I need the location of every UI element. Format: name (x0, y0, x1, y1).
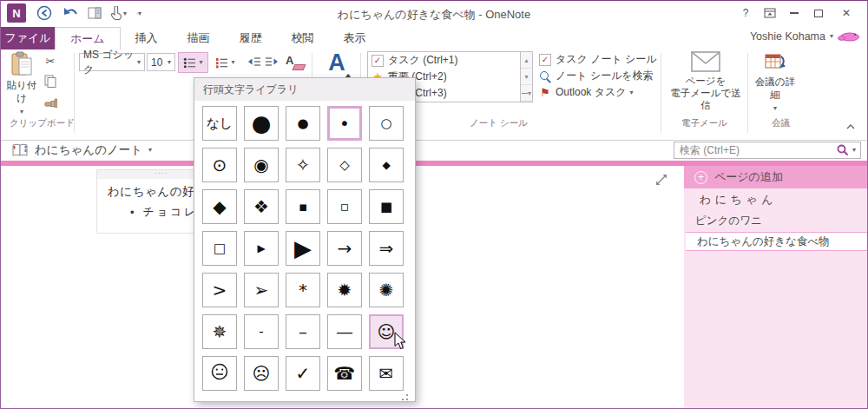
collapse-ribbon-icon[interactable] (846, 117, 855, 133)
bullet-option[interactable]: ■ (369, 189, 404, 224)
bullet-option[interactable]: ✵ (202, 314, 237, 349)
scroll-down-icon: ▾ (521, 69, 532, 85)
meeting-details-button[interactable]: 会議の詳細 ▾ (751, 51, 799, 112)
ribbon-tab[interactable]: 挿入 (121, 27, 173, 49)
bullet-option[interactable]: ❖ (244, 189, 279, 224)
bullet-glyph: ✧ (296, 155, 311, 175)
bullet-option[interactable]: ◇ (327, 148, 362, 182)
notebook-name: わにちゃんのノート (35, 142, 142, 158)
fullpage-view-icon[interactable] (654, 173, 668, 190)
bullet-char: • (130, 206, 135, 219)
bullet-option[interactable]: > (202, 273, 237, 307)
undo-icon[interactable] (62, 5, 79, 21)
increase-indent-button[interactable] (265, 55, 279, 70)
ribbon-tab[interactable]: 校閲 (277, 27, 329, 49)
ribbon-tab[interactable]: 表示 (329, 27, 381, 49)
bullet-option[interactable]: なし (202, 106, 237, 141)
search-icon[interactable] (837, 144, 849, 156)
help-button[interactable]: ? (735, 5, 756, 21)
bullets-button[interactable]: ▾ (178, 52, 208, 73)
bullet-option[interactable]: ☎ (327, 356, 362, 391)
tab-file[interactable]: ファイル (1, 27, 55, 49)
account-area[interactable]: Yoshie Kohama ▾ (750, 30, 860, 43)
bullet-option[interactable]: ✺ (369, 273, 404, 307)
ribbon-tab[interactable]: ホーム (55, 27, 121, 49)
numbering-button[interactable]: ▾ (210, 52, 240, 73)
bullet-option[interactable]: ✓ (286, 356, 320, 391)
bullet-option[interactable]: ○ (369, 106, 404, 141)
font-size-caret-icon: ▾ (168, 59, 171, 66)
maximize-button[interactable] (808, 5, 829, 21)
bullet-option[interactable]: • (327, 106, 362, 141)
touch-mode-caret-icon[interactable]: ▾ (123, 10, 127, 17)
bullet-option[interactable]: ☹ (244, 356, 279, 391)
close-button[interactable]: ✕ (836, 5, 857, 21)
format-painter-button[interactable] (41, 93, 60, 109)
tag-item[interactable]: タスク (Ctrl+1) (368, 52, 532, 69)
bullet-option[interactable]: ● (286, 106, 320, 141)
decrease-indent-button[interactable] (247, 55, 261, 70)
resize-handle[interactable] (406, 394, 408, 396)
bullet-glyph: ◆ (382, 159, 390, 171)
bullet-option[interactable]: ▫ (327, 189, 362, 224)
bullet-option[interactable]: ▪ (286, 189, 320, 224)
touch-mode-icon[interactable] (107, 5, 124, 21)
bullet-library-header: 行頭文字ライブラリ (194, 78, 415, 101)
gallery-more-icon: ▾ (521, 85, 532, 102)
copy-button[interactable] (41, 73, 60, 89)
page-tab[interactable]: ピンクのワニ (684, 211, 867, 230)
bullet-option[interactable]: * (286, 273, 320, 307)
bullet-glyph: ☹ (253, 363, 271, 384)
bullet-option[interactable]: ▶ (244, 231, 279, 266)
add-page-plus-icon: + (694, 171, 707, 184)
bullet-option[interactable]: → (327, 231, 362, 266)
notebook-dropdown[interactable]: わにちゃんのノート ▾ (11, 142, 152, 158)
scroll-up-icon: ▴ (521, 52, 532, 69)
page-tab[interactable]: わにちゃん (684, 188, 867, 211)
notebook-caret-icon: ▾ (148, 147, 152, 154)
bullet-option[interactable]: ⊙ (202, 148, 237, 182)
dropdown-caret-icon: ▾ (630, 89, 634, 96)
bullet-option[interactable] (202, 356, 237, 391)
cut-button[interactable]: ✂ (41, 53, 60, 69)
ribbon-tab[interactable]: 描画 (173, 27, 225, 49)
search-input[interactable] (674, 144, 837, 156)
bullet-option[interactable]: ◆ (369, 148, 404, 182)
customize-qat-icon[interactable]: ⸱▾ (136, 10, 141, 17)
font-name-select[interactable]: MS ゴシック▾ (79, 53, 145, 71)
minimize-button[interactable] (784, 5, 805, 21)
bullet-option[interactable]: - (244, 314, 279, 349)
bullet-option[interactable]: ◆ (202, 189, 237, 224)
tag-action-button[interactable]: Outlook タスク ▾ (539, 84, 657, 101)
tag-action-button[interactable]: タスク ノート シール ▾ (539, 51, 657, 68)
paste-button[interactable]: 貼り付け ▾ (6, 51, 37, 107)
bullet-option[interactable]: ◉ (244, 148, 279, 182)
bullet-option[interactable]: – (286, 314, 320, 349)
dock-to-desktop-icon[interactable] (86, 5, 103, 21)
tag-action-button[interactable]: ノート シールを検索 ▾ (539, 68, 657, 84)
tag-gallery-scrollbar[interactable]: ▴▾▾ (520, 52, 532, 102)
bullet-glyph: ☺ (378, 321, 396, 342)
search-box[interactable]: ▾ (674, 142, 861, 159)
bullet-option[interactable]: ✧ (286, 148, 320, 182)
bullet-option[interactable]: ⇒ (369, 231, 404, 266)
bullet-option[interactable]: ➢ (244, 273, 279, 307)
bullet-option[interactable]: — (327, 314, 362, 349)
bullet-glyph: ◇ (339, 157, 350, 173)
font-size-select[interactable]: 10▾ (147, 53, 175, 71)
bullet-option[interactable]: □ (202, 231, 237, 266)
back-icon[interactable] (36, 5, 53, 21)
email-page-button[interactable]: ページを 電子メールで送信 (667, 51, 744, 111)
numbering-caret-icon: ▾ (231, 59, 234, 66)
add-page-button[interactable]: + ページの追加 (684, 166, 867, 188)
search-scope-caret-icon[interactable]: ▾ (852, 147, 856, 154)
bullet-option[interactable]: ▶ (286, 231, 320, 266)
onenote-logo-icon: N (7, 3, 26, 23)
bullet-option[interactable]: ✉ (369, 356, 404, 391)
ribbon-tab[interactable]: 履歴 (225, 27, 277, 49)
bullet-option[interactable]: ✹ (327, 273, 362, 307)
ribbon-display-options-button[interactable] (760, 5, 780, 21)
page-tab[interactable]: わにちゃんの好きな食べ物 (686, 232, 867, 251)
bullet-option[interactable]: ● (244, 106, 279, 141)
clear-formatting-button[interactable]: A (284, 53, 305, 72)
